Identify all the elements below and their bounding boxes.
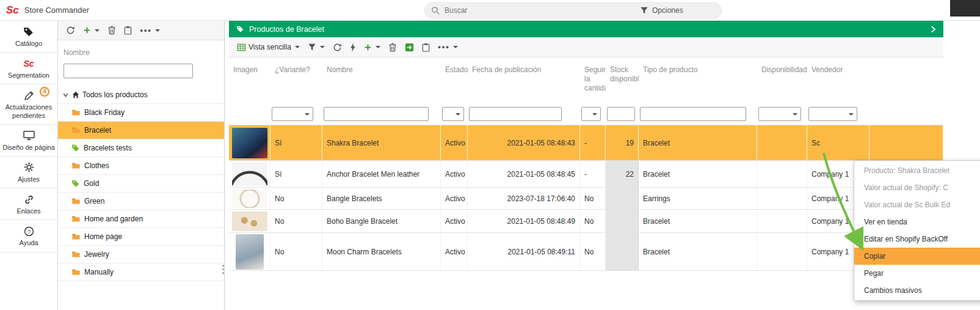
cell-stock[interactable] [606, 233, 639, 270]
cell-name[interactable]: Moon Charm Bracelets [322, 233, 441, 270]
cell-availability[interactable] [757, 233, 807, 270]
cell-variant[interactable]: No [270, 233, 322, 270]
column-header-vendedor[interactable]: Vendedor [807, 57, 869, 104]
filter-disponibilidad-select[interactable] [758, 107, 801, 121]
cell-published[interactable]: 2021-01-05 08:48:43 [468, 125, 580, 160]
tree-item-jewelry[interactable]: Jewelry [58, 246, 224, 264]
context-menu-item-editar-shopify[interactable]: Editar en Shopify BackOff [854, 231, 980, 248]
tree-item-root[interactable]: Todos los productos [58, 86, 224, 104]
column-header-stock[interactable]: Stock disponible [606, 57, 639, 104]
cell-published[interactable]: 2023-07-18 17:06:40 [468, 188, 580, 209]
sidebar-item-catalogo[interactable]: Catálogo [0, 21, 57, 53]
cell-availability[interactable] [757, 188, 807, 209]
context-menu-item-pegar[interactable]: Pegar [854, 265, 980, 282]
column-header-imagen[interactable]: Imagen [229, 57, 270, 104]
column-header-disponibilidad[interactable]: Disponibilidad [757, 57, 807, 104]
cell-name[interactable]: Boho Bangle Bracelet [322, 210, 441, 232]
refresh-button[interactable] [330, 40, 345, 54]
column-header-variante[interactable]: ¿Variante? [270, 57, 322, 104]
collapse-chevron-right-icon[interactable] [931, 26, 936, 33]
filter-button[interactable] [305, 40, 328, 54]
cell-image[interactable] [229, 188, 270, 209]
tree-item-clothes[interactable]: Clothes [58, 157, 224, 175]
column-header-seguir-cantidad[interactable]: Seguir la cantidad [580, 57, 606, 104]
cell-status[interactable]: Activo [441, 233, 468, 270]
filter-estado-select[interactable] [442, 107, 464, 121]
column-header-estado[interactable]: Estado [441, 57, 468, 104]
cell-availability[interactable] [757, 210, 807, 232]
cell-track-qty[interactable]: No [580, 210, 606, 232]
filter-nombre-input[interactable] [324, 107, 429, 121]
column-header-tipo[interactable]: Tipo de producto [639, 57, 757, 104]
more-actions-button[interactable]: ●●● [435, 40, 461, 54]
cell-track-qty[interactable]: - [580, 161, 606, 187]
sidebar-item-actualizaciones[interactable]: 4 Actualizaciones pendientes [0, 84, 57, 124]
cell-published[interactable]: 2021-01-05 08:48:49 [468, 210, 580, 232]
filter-vendedor-select[interactable] [808, 107, 857, 121]
paste-clipboard-button[interactable] [419, 40, 433, 54]
tree-item-green[interactable]: Green [58, 193, 224, 210]
tree-item-home-and-garden[interactable]: Home and garden [58, 210, 224, 228]
refresh-button[interactable] [63, 23, 78, 38]
cell-availability[interactable] [757, 161, 807, 187]
cell-stock[interactable] [606, 210, 639, 232]
tree-item-gold[interactable]: Gold [58, 175, 224, 193]
cell-type[interactable]: Bracelet [639, 210, 757, 232]
cell-status[interactable]: Activo [441, 210, 468, 232]
table-row-moon-charm-bracelets[interactable]: No Moon Charm Bracelets Activo 2021-01-0… [229, 233, 943, 271]
view-selector-button[interactable]: Vista sencilla [234, 40, 303, 54]
context-menu-item-ver-en-tienda[interactable]: Ver en tienda [854, 213, 980, 231]
cell-variant[interactable]: No [270, 188, 322, 209]
cell-published[interactable]: 2021-01-05 08:48:45 [468, 161, 580, 187]
column-header-nombre[interactable]: Nombre [322, 57, 441, 104]
more-actions-button[interactable]: ●●● [137, 23, 163, 38]
tree-item-manually[interactable]: Manually [58, 264, 224, 281]
cell-track-qty[interactable]: No [580, 188, 606, 209]
tree-item-home-page[interactable]: Home page [58, 228, 224, 246]
tree-item-black-friday[interactable]: Black Friday [58, 104, 224, 122]
search-input[interactable] [445, 6, 597, 15]
filter-fecha-input[interactable] [469, 107, 562, 121]
context-menu-item-cambios-masivos[interactable]: Cambios masivos [854, 282, 980, 299]
delete-product-button[interactable] [385, 40, 400, 54]
cell-type[interactable]: Bracelet [639, 125, 757, 160]
category-filter-input[interactable] [64, 64, 193, 78]
cell-stock[interactable]: 19 [606, 125, 639, 160]
cell-name[interactable]: Shakra Bracelet [322, 125, 441, 160]
cell-published[interactable]: 2021-01-05 08:49:11 [468, 233, 580, 270]
cell-type[interactable]: Earrings [639, 188, 757, 209]
cell-image[interactable] [229, 161, 270, 187]
export-button[interactable] [402, 40, 417, 54]
cell-status[interactable]: Activo [441, 188, 468, 209]
cell-image[interactable] [229, 125, 270, 160]
filter-stock-input[interactable] [607, 107, 635, 121]
sidebar-item-diseno[interactable]: Diseño de página [0, 125, 57, 157]
context-menu-item-copiar[interactable]: Copiar [854, 248, 980, 265]
panel-splitter-handle[interactable] [221, 262, 225, 276]
add-category-button[interactable] [80, 23, 103, 38]
cell-name[interactable]: Anchor Bracelet Men leather [322, 161, 441, 187]
cell-stock[interactable]: 22 [606, 161, 639, 187]
cell-status[interactable]: Activo [441, 161, 468, 187]
cell-vendor[interactable]: Sc [807, 125, 869, 160]
add-product-button[interactable] [361, 40, 383, 54]
column-header-fecha[interactable]: Fecha de publicación [468, 57, 580, 104]
cell-availability[interactable] [757, 125, 807, 160]
sidebar-item-segmentation[interactable]: Sc Segmentation [0, 53, 57, 84]
cell-type[interactable]: Bracelet [639, 233, 757, 270]
table-row-shakra-bracelet[interactable]: Sí Shakra Bracelet Activo 2021-01-05 08:… [229, 125, 943, 161]
tree-item-bracelets-tests[interactable]: Bracelets tests [58, 139, 224, 157]
cell-type[interactable]: Bracelet [639, 161, 757, 187]
cell-name[interactable]: Bangle Bracelets [322, 188, 441, 209]
sidebar-item-ajustes[interactable]: Ajustes [0, 157, 57, 188]
options-button[interactable]: Opciones [640, 3, 683, 18]
table-row-anchor-bracelet[interactable]: Sí Anchor Bracelet Men leather Activo 20… [229, 161, 943, 188]
paste-clipboard-button[interactable] [121, 23, 135, 38]
cell-variant[interactable]: No [270, 210, 322, 232]
table-row-bangle-bracelets[interactable]: No Bangle Bracelets Activo 2023-07-18 17… [229, 188, 943, 210]
filter-variante-select[interactable] [272, 107, 313, 121]
cell-variant[interactable]: Sí [270, 125, 322, 160]
cell-track-qty[interactable]: No [580, 233, 606, 270]
delete-category-button[interactable] [104, 23, 119, 38]
global-search[interactable]: Opciones [424, 2, 722, 18]
